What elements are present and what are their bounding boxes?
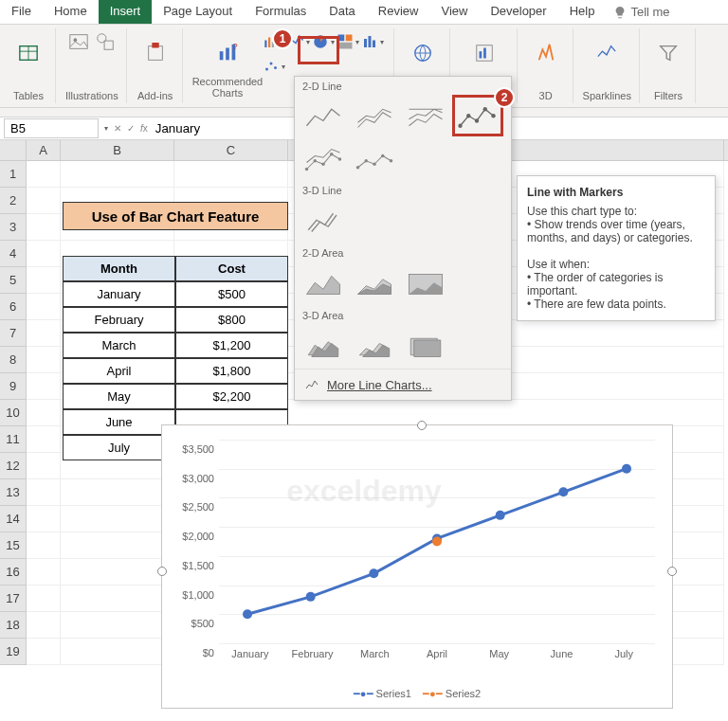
tab-pagelayout[interactable]: Page Layout bbox=[152, 0, 244, 24]
fx-icon[interactable]: fx bbox=[140, 123, 148, 134]
maps-button[interactable] bbox=[404, 30, 442, 76]
col-header-c[interactable]: C bbox=[174, 140, 288, 160]
tell-me[interactable]: Tell me bbox=[606, 0, 677, 24]
td-month[interactable]: July bbox=[63, 435, 175, 460]
row-header[interactable]: 18 bbox=[0, 612, 27, 639]
tab-review[interactable]: Review bbox=[367, 0, 430, 24]
area-stacked-icon[interactable] bbox=[352, 266, 397, 302]
addins-button[interactable] bbox=[136, 30, 174, 76]
plot-area[interactable] bbox=[219, 440, 655, 643]
cell[interactable] bbox=[61, 639, 174, 665]
cell[interactable] bbox=[61, 161, 174, 188]
cell[interactable] bbox=[27, 320, 61, 347]
row-header[interactable]: 3 bbox=[0, 214, 27, 241]
cell[interactable] bbox=[27, 639, 61, 665]
recommended-charts-button[interactable]: ? bbox=[209, 30, 246, 76]
td-month[interactable]: February bbox=[63, 307, 175, 333]
col-header-b[interactable]: B bbox=[61, 140, 174, 160]
td-cost[interactable]: $2,200 bbox=[175, 384, 288, 409]
line-100stacked-icon[interactable] bbox=[403, 99, 448, 135]
line-stacked-icon[interactable] bbox=[352, 99, 397, 135]
tab-developer[interactable]: Developer bbox=[479, 0, 557, 24]
td-cost[interactable]: $800 bbox=[175, 307, 288, 333]
tables-button[interactable] bbox=[9, 30, 47, 76]
hierarchy-chart-button[interactable]: ▾ bbox=[337, 30, 359, 53]
td-cost[interactable]: $1,200 bbox=[175, 333, 288, 358]
3d-area-icon[interactable] bbox=[300, 329, 346, 365]
td-month[interactable]: March bbox=[63, 333, 175, 358]
cell[interactable] bbox=[27, 506, 61, 532]
cell[interactable] bbox=[61, 532, 174, 559]
cell[interactable] bbox=[27, 161, 61, 188]
more-line-charts[interactable]: More Line Charts... bbox=[295, 369, 511, 400]
cell[interactable] bbox=[27, 479, 61, 506]
row-header[interactable]: 15 bbox=[0, 532, 27, 559]
tab-data[interactable]: Data bbox=[318, 0, 366, 24]
cell[interactable] bbox=[61, 506, 174, 532]
cell[interactable] bbox=[27, 214, 61, 241]
cell[interactable] bbox=[61, 479, 174, 506]
scatter-chart-button[interactable]: ▾ bbox=[263, 55, 285, 78]
cell[interactable] bbox=[61, 586, 174, 612]
row-header[interactable]: 2 bbox=[0, 188, 27, 214]
row-header[interactable]: 11 bbox=[0, 426, 27, 453]
row-header[interactable]: 10 bbox=[0, 400, 27, 426]
pivotchart-button[interactable] bbox=[465, 30, 503, 76]
row-header[interactable]: 9 bbox=[0, 373, 27, 400]
line-stacked-markers-icon[interactable] bbox=[300, 141, 346, 177]
tab-help[interactable]: Help bbox=[558, 0, 607, 24]
tab-formulas[interactable]: Formulas bbox=[244, 0, 318, 24]
tab-file[interactable]: File bbox=[0, 0, 43, 24]
cell[interactable] bbox=[27, 426, 61, 453]
cell[interactable] bbox=[27, 532, 61, 559]
row-header[interactable]: 13 bbox=[0, 479, 27, 506]
td-month[interactable]: June bbox=[63, 409, 175, 435]
tab-home[interactable]: Home bbox=[43, 0, 99, 24]
row-header[interactable]: 7 bbox=[0, 320, 27, 347]
td-cost[interactable]: $500 bbox=[175, 281, 288, 307]
row-header[interactable]: 6 bbox=[0, 294, 27, 320]
filters-button[interactable] bbox=[649, 30, 687, 76]
row-header[interactable]: 5 bbox=[0, 267, 27, 294]
tab-insert[interactable]: Insert bbox=[99, 0, 153, 24]
row-header[interactable]: 1 bbox=[0, 161, 27, 188]
3d-area-100-icon[interactable] bbox=[403, 329, 448, 365]
cell[interactable] bbox=[27, 400, 61, 426]
td-month[interactable]: April bbox=[63, 358, 175, 384]
enter-icon[interactable]: ✓ bbox=[127, 123, 135, 134]
pictures-button[interactable] bbox=[67, 30, 90, 53]
td-cost[interactable]: $1,800 bbox=[175, 358, 288, 384]
line-100stacked-markers-icon[interactable] bbox=[352, 141, 397, 177]
cell[interactable] bbox=[27, 373, 61, 400]
area-100-icon[interactable] bbox=[403, 266, 448, 302]
select-all-corner[interactable] bbox=[0, 140, 27, 160]
3d-line-icon[interactable] bbox=[300, 204, 346, 240]
row-header[interactable]: 14 bbox=[0, 506, 27, 532]
cell[interactable] bbox=[27, 188, 61, 214]
td-month[interactable]: May bbox=[63, 384, 175, 409]
row-header[interactable]: 4 bbox=[0, 241, 27, 267]
cell[interactable] bbox=[27, 559, 61, 586]
3dmap-button[interactable] bbox=[527, 30, 565, 76]
cell[interactable] bbox=[27, 267, 61, 294]
area-icon[interactable] bbox=[300, 266, 346, 302]
3d-area-stacked-icon[interactable] bbox=[352, 329, 397, 365]
row-header[interactable]: 16 bbox=[0, 559, 27, 586]
row-header[interactable]: 19 bbox=[0, 639, 27, 665]
td-month[interactable]: January bbox=[63, 281, 175, 307]
cancel-icon[interactable]: ✕ bbox=[114, 123, 121, 134]
embedded-chart[interactable]: $0$500$1,000$1,500$2,000$2,500$3,000$3,5… bbox=[161, 424, 673, 709]
sparklines-button[interactable] bbox=[588, 30, 626, 76]
row-header[interactable]: 12 bbox=[0, 453, 27, 479]
line-basic-icon[interactable] bbox=[300, 99, 346, 135]
cell[interactable] bbox=[174, 161, 288, 188]
row-header[interactable]: 17 bbox=[0, 586, 27, 612]
cell[interactable] bbox=[27, 586, 61, 612]
cell[interactable] bbox=[27, 453, 61, 479]
row-header[interactable]: 8 bbox=[0, 347, 27, 373]
tab-view[interactable]: View bbox=[429, 0, 479, 24]
cell[interactable] bbox=[27, 294, 61, 320]
shapes-button[interactable] bbox=[94, 30, 117, 53]
cell[interactable] bbox=[27, 612, 61, 639]
cell[interactable] bbox=[288, 400, 724, 426]
